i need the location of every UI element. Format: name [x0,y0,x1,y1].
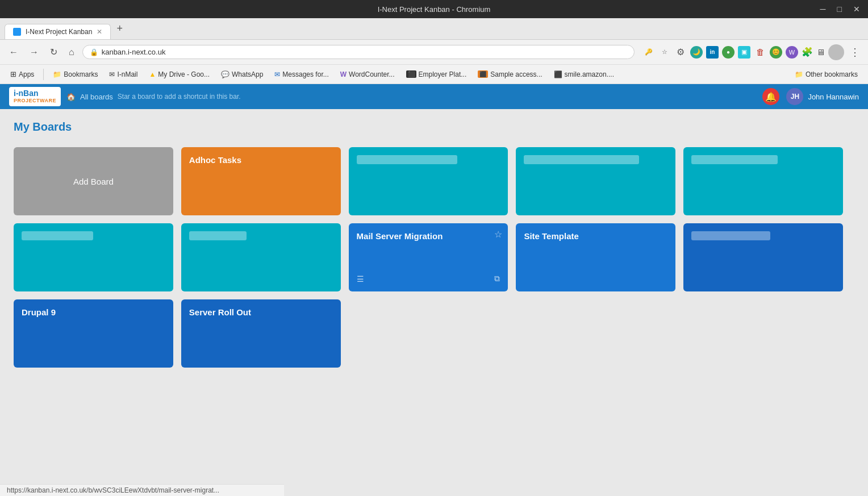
linkedin-icon[interactable]: in [706,46,719,59]
logo-bottom-text: PROJECTWARE [14,98,56,104]
mail-server-migration-label: Mail Server Migration [357,231,443,241]
star-icon[interactable]: ☆ [494,229,502,240]
key-icon[interactable]: 🔑 [642,46,655,59]
bookmark-whatsapp[interactable]: 💬 WhatsApp [216,69,268,80]
messages-label: Messages for... [282,70,328,78]
app-logo: i-nBan PROJECTWARE 🏠 All boards Star a b… [9,87,241,106]
all-boards-link[interactable]: All boards [80,93,113,101]
extensions-puzzle-icon[interactable]: 🧩 [802,47,813,57]
other-folder-icon: 📁 [795,70,803,78]
drive-icon: ▲ [149,70,156,78]
trash-icon[interactable]: 🗑 [754,46,766,59]
bookmark-sample[interactable]: ⬛ Sample access... [473,69,546,80]
window-title: I-Next Project Kanban - Chromium [378,5,491,14]
apps-bookmark[interactable]: ⊞ Apps [6,68,39,80]
board-footer: ☰ ⧉ [357,274,500,284]
home-button[interactable]: ⌂ [65,45,78,60]
employer-label: Employer Plat... [419,70,467,78]
sample-label: Sample access... [490,70,542,78]
maximize-button[interactable]: □ [834,3,845,15]
green-ext-icon[interactable]: ● [722,46,735,59]
board-card-4[interactable] [516,147,675,215]
back-button[interactable]: ← [6,45,22,60]
board-card-5[interactable] [683,147,843,215]
blurred-title-7 [189,231,247,240]
logo-box[interactable]: i-nBan PROJECTWARE [9,87,61,106]
bookmark-drive[interactable]: ▲ My Drive - Goo... [144,69,214,80]
breadcrumb: 🏠 All boards Star a board to add a short… [66,93,241,101]
browser-menu-button[interactable]: ⋮ [848,46,862,59]
wordcounter-icon: W [340,70,347,78]
url-text: kanban.i-next.co.uk [102,48,627,56]
tab-bar: I-Next Project Kanban ✕ + [0,18,868,40]
active-tab[interactable]: I-Next Project Kanban ✕ [5,24,111,39]
teal-ext-icon[interactable]: 🌙 [690,46,703,59]
tab-label: I-Next Project Kanban [26,28,92,36]
status-url: https://kanban.i-next.co.uk/b/wvSC3ciLEe… [7,486,219,494]
user-name: John Hannawin [808,93,859,101]
bookmarks-label: Bookmarks [64,70,98,78]
minimize-button[interactable]: ─ [817,3,829,15]
whatsapp-icon: 💬 [221,70,229,78]
lock-icon: 🔒 [90,48,98,56]
boards-grid: Add Board Adhoc Tasks Mail Serve [14,147,843,368]
close-button[interactable]: ✕ [850,3,863,15]
new-tab-button[interactable]: + [111,19,128,38]
bookmark-messages[interactable]: ✉ Messages for... [270,69,333,80]
add-board-label: Add Board [73,177,114,186]
profile-button[interactable] [828,44,844,60]
breadcrumb-hint: Star a board to add a shortcut in this b… [118,93,241,101]
site-template-card[interactable]: Site Template [516,223,675,291]
amazon-icon: ⬛ [554,70,562,78]
page-title: My Boards [14,120,854,134]
bookmark-star-icon[interactable]: ☆ [658,46,671,59]
bookmark-amazon[interactable]: ⬛ smile.amazon.... [549,69,619,80]
server-rollout-card[interactable]: Server Roll Out [181,299,341,368]
inmail-icon: ✉ [109,70,115,78]
blurred-title-5 [691,155,778,164]
folder-icon: 📁 [53,70,61,78]
drive-label: My Drive - Goo... [158,70,210,78]
add-board-card[interactable]: Add Board [14,147,173,215]
notification-button[interactable]: 🔔 [762,88,779,105]
forward-button[interactable]: → [26,45,42,60]
other-bookmarks[interactable]: 📁 Other bookmarks [790,69,862,80]
home-breadcrumb-icon: 🏠 [66,93,76,101]
inmail-label: I-nMail [117,70,137,78]
bookmark-employer[interactable]: ⬛ Employer Plat... [402,69,471,80]
reload-button[interactable]: ↻ [47,44,61,60]
bookmark-inmail[interactable]: ✉ I-nMail [105,69,142,80]
board-card-7[interactable] [181,223,341,291]
page-content: My Boards Add Board Adhoc Tasks [0,109,868,379]
tab-close-button[interactable]: ✕ [97,28,102,36]
user-avatar: JH [786,88,803,105]
bookmarks-folder[interactable]: 📁 Bookmarks [48,69,102,80]
smiley-ext-icon[interactable]: 😊 [770,46,782,59]
bell-icon: 🔔 [765,91,777,102]
board-card-6[interactable] [14,223,173,291]
w-ext-icon[interactable]: W [786,46,798,59]
adhoc-tasks-card[interactable]: Adhoc Tasks [181,147,341,215]
status-bar: https://kanban.i-next.co.uk/b/wvSC3ciLEe… [0,484,284,496]
employer-icon: ⬛ [406,70,416,78]
list-icon: ☰ [357,274,364,284]
apps-label: Apps [19,70,34,78]
cast-icon[interactable]: 🖥 [816,47,825,57]
app-header: i-nBan PROJECTWARE 🏠 All boards Star a b… [0,84,868,109]
blurred-title-10 [691,231,770,240]
mail-server-migration-card[interactable]: Mail Server Migration ☆ ☰ ⧉ [349,223,508,291]
server-rollout-label: Server Roll Out [189,307,333,317]
address-input[interactable]: 🔒 kanban.i-next.co.uk [82,45,635,59]
board-card-3[interactable] [349,147,508,215]
bookmark-wordcounter[interactable]: W WordCounter... [336,69,399,80]
copy-icon: ⧉ [494,274,500,284]
board-card-10[interactable] [683,223,843,291]
user-menu[interactable]: JH John Hannawin [786,88,859,105]
bookmarks-bar: ⊞ Apps 📁 Bookmarks ✉ I-nMail ▲ My Drive … [0,65,868,84]
extensions-icon[interactable]: ⚙ [674,46,687,59]
logo-top-text: i-nBan [14,89,56,98]
whatsapp-label: WhatsApp [232,70,263,78]
messages-icon: ✉ [274,70,280,78]
drupal9-card[interactable]: Drupal 9 [14,299,173,368]
screen-ext-icon[interactable]: ▣ [738,46,750,59]
